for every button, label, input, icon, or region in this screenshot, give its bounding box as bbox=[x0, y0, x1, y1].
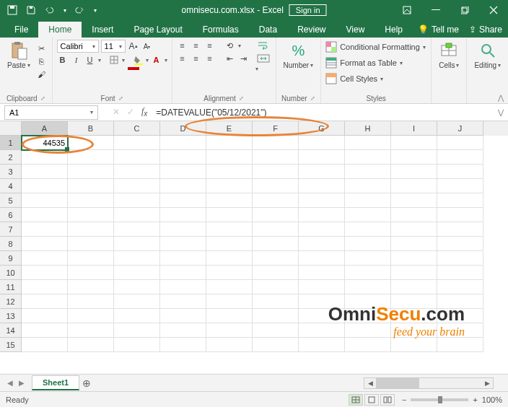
row-header-13[interactable]: 13 bbox=[0, 309, 22, 323]
cell-H10[interactable] bbox=[345, 266, 391, 280]
cell-A7[interactable] bbox=[22, 222, 68, 237]
cell-C15[interactable] bbox=[114, 338, 160, 352]
cell-I15[interactable] bbox=[391, 338, 437, 352]
maximize-button[interactable] bbox=[450, 0, 479, 20]
cell-E11[interactable] bbox=[206, 280, 253, 294]
tab-formulas[interactable]: Formulas bbox=[193, 22, 249, 38]
cell-D3[interactable] bbox=[160, 165, 206, 179]
tab-data[interactable]: Data bbox=[249, 22, 287, 38]
row-header-2[interactable]: 2 bbox=[0, 150, 22, 165]
tab-home[interactable]: Home bbox=[38, 22, 82, 38]
cell-E1[interactable] bbox=[206, 136, 253, 150]
cell-B14[interactable] bbox=[68, 323, 114, 338]
cell-C8[interactable] bbox=[114, 237, 160, 251]
cell-I10[interactable] bbox=[391, 266, 437, 280]
align-right-icon[interactable]: ≡ bbox=[204, 53, 216, 64]
cell-B1[interactable] bbox=[68, 136, 114, 150]
cell-A11[interactable] bbox=[22, 280, 68, 294]
cell-H4[interactable] bbox=[345, 179, 391, 193]
cell-D9[interactable] bbox=[160, 251, 206, 266]
cell-A4[interactable] bbox=[22, 179, 68, 193]
cell-A1[interactable]: 44535 bbox=[22, 136, 68, 150]
cell-D4[interactable] bbox=[160, 179, 206, 193]
row-header-12[interactable]: 12 bbox=[0, 294, 22, 309]
close-button[interactable] bbox=[479, 0, 508, 20]
cell-C5[interactable] bbox=[114, 193, 160, 208]
editing-button[interactable]: Editing▾ bbox=[471, 40, 504, 71]
cell-D11[interactable] bbox=[160, 280, 206, 294]
align-top-icon[interactable]: ≡ bbox=[177, 40, 188, 51]
normal-view-button[interactable] bbox=[349, 394, 363, 406]
save-icon[interactable] bbox=[26, 5, 36, 15]
enter-formula-icon[interactable]: ✓ bbox=[127, 107, 134, 117]
sheet-tab-sheet1[interactable]: Sheet1 bbox=[32, 375, 79, 390]
ribbon-options-icon[interactable] bbox=[393, 0, 421, 20]
bold-button[interactable]: B bbox=[57, 54, 69, 66]
clipboard-launcher-icon[interactable]: ⤢ bbox=[40, 95, 45, 102]
undo-dropdown-icon[interactable]: ▾ bbox=[64, 7, 66, 14]
row-header-6[interactable]: 6 bbox=[0, 208, 22, 222]
cell-H6[interactable] bbox=[345, 208, 391, 222]
tab-insert[interactable]: Insert bbox=[82, 22, 123, 38]
cell-G11[interactable] bbox=[299, 280, 345, 294]
name-box-dropdown-icon[interactable]: ▾ bbox=[90, 109, 93, 115]
cell-G5[interactable] bbox=[299, 193, 345, 208]
cell-H8[interactable] bbox=[345, 237, 391, 251]
cell-B8[interactable] bbox=[68, 237, 114, 251]
cell-C2[interactable] bbox=[114, 150, 160, 165]
font-color-icon[interactable]: A bbox=[151, 54, 162, 66]
sign-in-button[interactable]: Sign in bbox=[289, 4, 327, 16]
cell-G7[interactable] bbox=[299, 222, 345, 237]
format-painter-icon[interactable]: 🖌 bbox=[36, 69, 48, 80]
cell-J9[interactable] bbox=[437, 251, 483, 266]
font-name-select[interactable]: Calibri▾ bbox=[57, 40, 99, 53]
cell-J10[interactable] bbox=[437, 266, 483, 280]
format-as-table-button[interactable]: Format as Table▾ bbox=[325, 56, 426, 70]
cell-F6[interactable] bbox=[253, 208, 299, 222]
cell-B12[interactable] bbox=[68, 294, 114, 309]
cell-G2[interactable] bbox=[299, 150, 345, 165]
alignment-launcher-icon[interactable]: ⤢ bbox=[239, 95, 244, 102]
cell-D5[interactable] bbox=[160, 193, 206, 208]
cell-E14[interactable] bbox=[206, 323, 253, 338]
cell-I9[interactable] bbox=[391, 251, 437, 266]
cell-F9[interactable] bbox=[253, 251, 299, 266]
cell-H15[interactable] bbox=[345, 338, 391, 352]
cell-J2[interactable] bbox=[437, 150, 483, 165]
cell-I7[interactable] bbox=[391, 222, 437, 237]
row-header-14[interactable]: 14 bbox=[0, 323, 22, 338]
redo-icon[interactable] bbox=[75, 5, 85, 15]
cell-F11[interactable] bbox=[253, 280, 299, 294]
horizontal-scrollbar[interactable]: ◀ ▶ bbox=[364, 377, 494, 389]
cell-B10[interactable] bbox=[68, 266, 114, 280]
cell-D1[interactable] bbox=[160, 136, 206, 150]
formula-bar[interactable]: =DATEVALUE("05/12/2021") bbox=[153, 106, 494, 119]
paste-button[interactable]: Paste▾ bbox=[4, 40, 33, 71]
cell-J15[interactable] bbox=[437, 338, 483, 352]
cell-D15[interactable] bbox=[160, 338, 206, 352]
cell-G9[interactable] bbox=[299, 251, 345, 266]
row-header-10[interactable]: 10 bbox=[0, 266, 22, 280]
cell-B5[interactable] bbox=[68, 193, 114, 208]
font-size-select[interactable]: 11▾ bbox=[101, 40, 126, 53]
cell-B4[interactable] bbox=[68, 179, 114, 193]
col-header-A[interactable]: A bbox=[22, 121, 68, 136]
zoom-in-button[interactable]: + bbox=[473, 395, 477, 404]
cell-B11[interactable] bbox=[68, 280, 114, 294]
increase-indent-icon[interactable]: ⇥ bbox=[238, 53, 250, 64]
cell-J7[interactable] bbox=[437, 222, 483, 237]
row-header-5[interactable]: 5 bbox=[0, 193, 22, 208]
cell-F3[interactable] bbox=[253, 165, 299, 179]
cell-I2[interactable] bbox=[391, 150, 437, 165]
cell-F1[interactable] bbox=[253, 136, 299, 150]
hscroll-track[interactable] bbox=[376, 378, 481, 388]
cell-C4[interactable] bbox=[114, 179, 160, 193]
cell-I1[interactable] bbox=[391, 136, 437, 150]
cell-E3[interactable] bbox=[206, 165, 253, 179]
hscroll-right-icon[interactable]: ▶ bbox=[481, 378, 493, 388]
autosave-icon[interactable] bbox=[7, 5, 17, 15]
cell-H9[interactable] bbox=[345, 251, 391, 266]
cell-A13[interactable] bbox=[22, 309, 68, 323]
row-header-9[interactable]: 9 bbox=[0, 251, 22, 266]
tab-view[interactable]: View bbox=[336, 22, 375, 38]
